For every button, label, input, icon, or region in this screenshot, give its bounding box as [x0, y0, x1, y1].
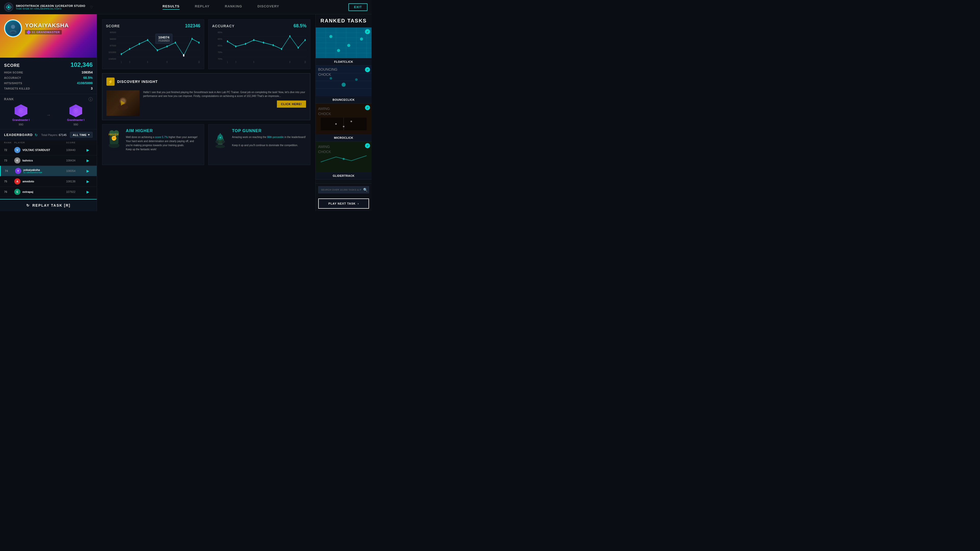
- total-players: Total Players: 67145: [41, 133, 67, 137]
- svg-point-37: [245, 43, 246, 45]
- tab-ranking[interactable]: RANKING: [225, 4, 242, 10]
- rank-header: RANK i: [4, 97, 93, 101]
- score-chart-title: SCORE: [106, 24, 120, 28]
- svg-text:CHOCK: CHOCK: [318, 112, 331, 116]
- center-panel: SCORE 102346 104500 101000 97500 94000 9…: [97, 14, 315, 211]
- task-item-floatclick[interactable]: ✓ FLOATCLICK: [316, 27, 372, 65]
- svg-point-19: [147, 39, 148, 41]
- accuracy-chart-svg: 1 3 6 8 10: [223, 31, 307, 64]
- svg-text:CHOCK: CHOCK: [318, 150, 331, 154]
- col-rank: RANK: [4, 141, 14, 144]
- accuracy-y-axis: 70% 70% 65% 65% 65%: [212, 31, 222, 65]
- leaderboard-rows: 72 V VOLTAIC STARDUST 108440 ▶ 73 K kahn…: [0, 145, 97, 199]
- lb-sub: S1 GRANDMASTER: [23, 171, 42, 174]
- task-item-microclick[interactable]: AMING CHOCK ✓ MICROCLICK: [316, 103, 372, 141]
- task-thumb-floatclick: ✓: [316, 27, 372, 58]
- player-avatar-inner: [5, 21, 21, 36]
- svg-point-35: [227, 40, 228, 42]
- tooltip-score-date: 7/13/2023: [158, 39, 170, 42]
- task-list: ✓ FLOATCLICK BOUNCING CHOCK: [316, 27, 372, 183]
- refresh-icon[interactable]: ↻: [35, 133, 38, 137]
- lb-rank-num: 72: [4, 148, 14, 151]
- rank-left-name: Grandmaster I: [12, 119, 30, 121]
- task-name-microclick: MICROCLICK: [316, 134, 372, 141]
- main-layout: YOKAIYAKSHA S1 GRANDMASTER SCORE 102,346…: [0, 14, 372, 211]
- tab-results[interactable]: RESULTS: [162, 4, 180, 10]
- svg-point-41: [281, 48, 282, 50]
- svg-point-40: [272, 44, 274, 46]
- task-name-glidertrack: GLIDERTRACK: [316, 172, 372, 179]
- task-item-bounceclick[interactable]: BOUNCING CHOCK ✓ BOUNCECLICK: [316, 65, 372, 103]
- aim-higher-body: AIM HIGHER Well done on achieving a scor…: [126, 129, 200, 151]
- leaderboard-section: LEADERBOARD ↻ Total Players: 67145 ALL T…: [0, 129, 97, 199]
- svg-point-73: [329, 35, 332, 38]
- rank-section-title: RANK: [4, 97, 14, 101]
- svg-text:AMING: AMING: [318, 106, 330, 111]
- player-rank-label: S1 GRANDMASTER: [32, 30, 60, 34]
- col-player: PLAYER: [14, 141, 66, 144]
- lb-play-button[interactable]: ▶: [86, 190, 93, 194]
- task-item-glidertrack[interactable]: AMING CHOCK ✓ GLIDERTRACK: [316, 141, 372, 179]
- accuracy-value: 68.5%: [83, 76, 93, 79]
- exit-button[interactable]: EXIT: [348, 3, 368, 11]
- svg-text:1: 1: [121, 61, 122, 64]
- svg-point-11: [75, 110, 77, 112]
- lb-player: Y yokaiyaksha S1 GRANDMASTER: [15, 168, 66, 174]
- task-verified-bounceclick: ✓: [365, 67, 370, 72]
- score-chart-card: SCORE 102346 104500 101000 97500 94000 9…: [102, 19, 204, 69]
- svg-text:10: 10: [198, 61, 200, 64]
- favorite-icon[interactable]: ♡: [90, 5, 93, 9]
- lb-avatar: K: [14, 157, 21, 164]
- lb-name: VOLTAIC STARDUST: [22, 148, 50, 151]
- task-thumb-bounceclick: BOUNCING CHOCK ✓: [316, 65, 372, 96]
- table-row: 74 Y yokaiyaksha S1 GRANDMASTER 108354 ▶: [0, 166, 97, 176]
- svg-text:CHOCK: CHOCK: [318, 73, 331, 76]
- date-range-button[interactable]: ALL TIME ▾: [70, 132, 93, 138]
- replay-icon: ↻: [26, 203, 30, 207]
- task-verified-microclick: ✓: [365, 105, 370, 110]
- svg-point-51: [118, 105, 128, 110]
- svg-point-17: [129, 48, 130, 50]
- tab-replay[interactable]: REPLAY: [195, 4, 210, 10]
- svg-text:✊: ✊: [111, 135, 117, 141]
- insight-card: ⚡ DISCOVERY INSIGHT: [102, 73, 310, 120]
- arrow-right-icon: ›: [358, 202, 359, 205]
- lb-name: kahnics: [22, 159, 33, 162]
- svg-point-74: [347, 44, 350, 47]
- insight-click-button[interactable]: CLICK HERE!: [277, 100, 306, 108]
- accuracy-chart-title: ACCURACY: [212, 24, 234, 28]
- high-score-label: HIGH SCORE: [4, 71, 23, 74]
- svg-point-44: [304, 39, 305, 41]
- lb-play-button[interactable]: ▶: [86, 148, 93, 152]
- info-icon[interactable]: i: [89, 97, 93, 101]
- lb-play-button[interactable]: ▶: [86, 179, 93, 183]
- player-name: YOKAIYAKSHA: [25, 22, 93, 29]
- svg-point-43: [298, 47, 299, 49]
- lb-avatar: E: [14, 189, 21, 195]
- aim-higher-text: Well done on achieving a score 5.7% high…: [126, 135, 200, 151]
- lb-score: 108440: [66, 148, 86, 151]
- col-actions: [86, 141, 93, 144]
- lb-play-button[interactable]: ▶: [86, 169, 93, 173]
- aim-highlight-score: score 5.7%: [155, 136, 168, 138]
- accuracy-chart-value: 68.5%: [293, 23, 307, 29]
- lb-name: amedoto: [22, 180, 34, 183]
- right-panel: RANKED TASKS: [315, 14, 372, 211]
- chevron-down-icon: ▾: [88, 133, 90, 137]
- tab-discovery[interactable]: DISCOVERY: [258, 4, 279, 10]
- rank-right: Grandmaster I 990: [67, 104, 84, 126]
- lb-player: K kahnics: [14, 157, 66, 164]
- play-next-task-button[interactable]: PLAY NEXT TASK ›: [318, 198, 369, 209]
- svg-point-6: [11, 25, 15, 29]
- insight-icon: ⚡: [107, 78, 115, 86]
- replay-task-button[interactable]: ↻ REPLAY TASK [R]: [0, 199, 97, 211]
- lb-play-button[interactable]: ▶: [86, 159, 93, 162]
- charts-row: SCORE 102346 104500 101000 97500 94000 9…: [102, 19, 310, 69]
- svg-point-21: [166, 45, 167, 48]
- top-gunner-body: TOP GUNNER Amazing work on reaching the …: [232, 129, 306, 148]
- lb-title: LEADERBOARD: [4, 133, 33, 137]
- aim-higher-card: ✊ HIGHER AIM HIGHER Well done on achievi…: [102, 124, 204, 165]
- top-gunner-card: ★ TOP GUNNER Amazing work on reaching th…: [208, 124, 310, 165]
- task-name-bounceclick: BOUNCECLICK: [316, 96, 372, 103]
- search-input[interactable]: [318, 186, 369, 193]
